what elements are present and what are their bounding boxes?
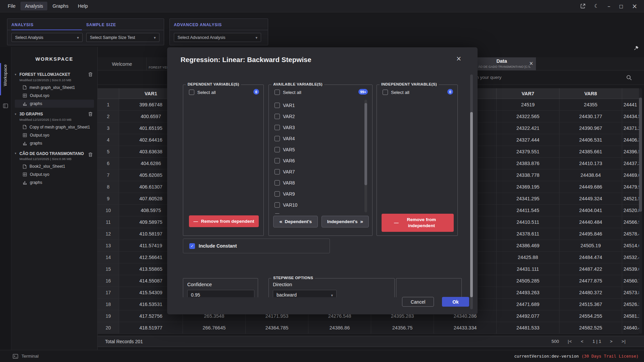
ok-button[interactable]: Ok <box>442 297 469 307</box>
checkbox-icon[interactable] <box>275 90 280 95</box>
table-cell[interactable]: 24322.421 <box>497 122 559 134</box>
table-scrollbar-thumb[interactable] <box>639 98 642 212</box>
table-cell[interactable]: 24479.9 <box>622 181 639 193</box>
table-cell[interactable]: 24431.111 <box>497 263 559 275</box>
workspace-rail-tab[interactable]: Workspace <box>0 63 11 95</box>
table-cell[interactable]: 24338.778 <box>497 169 559 181</box>
table-cell[interactable]: 24379.551 <box>497 146 559 157</box>
table-cell[interactable]: 24519 <box>497 99 559 110</box>
table-cell[interactable]: 24434.5 <box>622 111 639 122</box>
table-cell[interactable]: 24406.531 <box>559 134 622 146</box>
workspace-output-item[interactable]: Output.syo <box>15 170 94 178</box>
variable-row[interactable]: VAR3 <box>269 122 362 133</box>
checkbox-icon[interactable] <box>275 191 280 197</box>
variable-row[interactable]: VAR7 <box>269 166 362 177</box>
page-size-value[interactable]: 500 <box>551 339 559 344</box>
theme-toggle-moon-icon[interactable] <box>594 4 599 9</box>
trash-icon[interactable] <box>88 72 93 77</box>
checkbox-icon[interactable] <box>275 158 280 163</box>
checkbox-icon[interactable] <box>275 125 280 130</box>
export-icon[interactable] <box>580 3 586 9</box>
table-cell[interactable]: 24430.177 <box>559 111 622 122</box>
remove-from-independent-button[interactable]: Remove from independent <box>382 214 454 232</box>
workspace-file-item[interactable]: Copy of mesh graph_xlsx_Sheet1 <box>15 123 94 131</box>
table-cell[interactable]: 24386.469 <box>497 240 559 251</box>
dependent-select-all[interactable]: Select all <box>189 90 216 95</box>
close-tab-icon[interactable] <box>529 60 533 66</box>
terminal-toggle[interactable]: Terminal <box>0 354 39 359</box>
table-cell[interactable]: 24322.565 <box>497 111 559 122</box>
workspace-group-header[interactable]: CÃO DE GADO TRANSMONTANO <box>15 150 94 157</box>
close-window-icon[interactable] <box>632 3 637 9</box>
column-header-var9[interactable] <box>622 88 639 99</box>
table-cell[interactable]: 24355 <box>559 99 622 110</box>
table-cell[interactable]: 24437.3 <box>622 158 639 169</box>
table-scrollbar[interactable] <box>639 88 642 334</box>
chevron-down-icon[interactable] <box>15 112 19 116</box>
move-to-independent-button[interactable]: Independent's <box>321 216 369 227</box>
table-cell[interactable]: 24369.195 <box>497 181 559 193</box>
menu-file[interactable]: File <box>3 2 20 10</box>
table-cell[interactable]: 24493.263 <box>497 287 559 298</box>
table-cell[interactable]: 24487.422 <box>559 263 622 275</box>
variable-row[interactable]: VAR6 <box>269 155 362 166</box>
table-cell[interactable]: 24356.75 <box>371 322 434 333</box>
checked-checkbox-icon[interactable] <box>189 243 195 249</box>
close-dialog-icon[interactable] <box>454 54 463 63</box>
table-cell[interactable]: 24492.077 <box>497 310 559 322</box>
workspace-output-item[interactable]: Output.syo <box>15 131 94 139</box>
direction-select[interactable]: backward <box>273 290 337 297</box>
table-cell[interactable]: 24521.5 <box>622 193 639 204</box>
menu-analysis[interactable]: Analysis <box>20 2 47 10</box>
checkbox-icon[interactable] <box>275 169 280 174</box>
table-cell[interactable]: 24425.88 <box>497 252 559 263</box>
maximize-icon[interactable] <box>619 4 623 8</box>
table-cell[interactable]: 24471.689 <box>497 299 559 310</box>
table-cell[interactable]: 24327.444 <box>497 134 559 146</box>
table-cell[interactable]: 24495.846 <box>559 228 622 240</box>
next-page-icon[interactable] <box>610 339 613 344</box>
tab-welcome[interactable]: Welcome <box>98 57 147 70</box>
variable-row[interactable]: VAR10 <box>269 199 362 210</box>
variable-row[interactable]: VAR1 <box>269 100 362 111</box>
analysis-select[interactable]: Select Analysis <box>11 33 83 42</box>
trash-icon[interactable] <box>88 152 93 157</box>
variable-row[interactable]: VAR5 <box>269 144 362 155</box>
table-cell[interactable]: 24449.324 <box>559 193 622 204</box>
pin-icon[interactable] <box>634 46 639 51</box>
table-cell[interactable]: 266.76645 <box>183 322 246 333</box>
checkbox-icon[interactable] <box>275 114 280 119</box>
checkbox-icon[interactable] <box>275 213 280 214</box>
variable-row[interactable]: VAR2 <box>269 111 362 122</box>
last-page-icon[interactable] <box>622 339 626 344</box>
workspace-file-item[interactable]: Book2_xlsx_Sheet1 <box>15 162 94 170</box>
table-cell[interactable]: 24481.533 <box>497 322 559 333</box>
table-cell[interactable]: 24410.511 <box>497 216 559 228</box>
table-cell[interactable]: 24469.6 <box>622 169 639 181</box>
table-cell[interactable]: 24505.19 <box>559 240 622 251</box>
advanced-analysis-section-label[interactable]: ADVANCED ANALYSIS <box>174 22 222 27</box>
workspace-group-header[interactable]: 3D GRAPHS <box>15 111 94 118</box>
chevron-down-icon[interactable] <box>15 152 19 155</box>
table-cell[interactable]: 24514.6 <box>622 240 639 251</box>
table-cell[interactable]: 24480.372 <box>559 287 622 298</box>
checkbox-icon[interactable] <box>275 136 280 141</box>
checkbox-icon[interactable] <box>275 202 280 208</box>
variables-scrollbar-thumb[interactable] <box>364 103 367 185</box>
table-cell[interactable]: 24440.484 <box>559 216 622 228</box>
remove-from-dependent-button[interactable]: Remove from dependent <box>189 215 259 227</box>
table-cell[interactable]: 24390.967 <box>559 122 622 134</box>
checkbox-icon[interactable] <box>275 147 280 152</box>
variables-scrollbar[interactable] <box>364 100 367 212</box>
search-icon[interactable] <box>626 75 632 81</box>
table-cell[interactable]: 24515.367 <box>559 299 622 310</box>
table-cell[interactable]: 24396.5 <box>622 146 639 157</box>
chevron-down-icon[interactable] <box>15 73 19 76</box>
table-cell[interactable]: 24411.545 <box>497 205 559 216</box>
independent-select-all[interactable]: Select all <box>383 90 409 95</box>
dialog-scrollbar[interactable] <box>470 74 473 309</box>
table-cell[interactable]: 24578.4 <box>622 228 639 240</box>
analysis-section-label[interactable]: ANALYSIS <box>11 22 34 27</box>
menu-graphs[interactable]: Graphs <box>48 2 73 10</box>
table-cell[interactable]: 24582.525 <box>559 322 622 333</box>
